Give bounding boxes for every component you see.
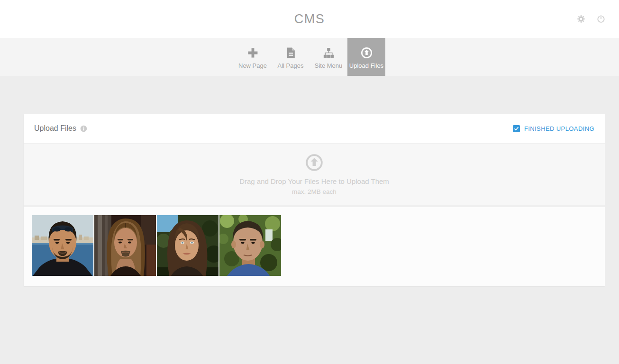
photo-man-sunglasses bbox=[32, 215, 93, 276]
settings-gear-icon[interactable] bbox=[576, 14, 586, 24]
pages-icon bbox=[285, 47, 297, 59]
uploaded-files-list bbox=[24, 207, 605, 286]
sitemap-icon bbox=[323, 47, 335, 59]
thumbnail-portrait-woman-trees[interactable] bbox=[157, 215, 218, 276]
nav-item-upload-files[interactable]: Upload Files bbox=[347, 38, 385, 76]
plus-icon bbox=[247, 47, 259, 59]
nav-item-new-page[interactable]: New Page bbox=[234, 38, 272, 76]
finished-uploading-button[interactable]: FINISHED UPLOADING bbox=[513, 125, 594, 132]
app-title: CMS bbox=[294, 12, 325, 27]
app-header: CMS bbox=[0, 0, 619, 38]
dropzone-size-limit: max. 2MB each bbox=[292, 188, 337, 195]
header-actions bbox=[576, 0, 606, 38]
thumbnail-portrait-man-foliage[interactable] bbox=[219, 215, 281, 276]
photo-man-short-hair bbox=[219, 215, 281, 276]
main-nav: New Page All Pages Site Menu Upload File… bbox=[0, 38, 619, 76]
thumbnail-portrait-man-sunglasses-sea[interactable] bbox=[32, 215, 93, 276]
thumbnail-portrait-man-long-hair[interactable] bbox=[94, 215, 156, 276]
info-icon[interactable] bbox=[80, 125, 87, 132]
panel-title: Upload Files bbox=[34, 124, 76, 133]
nav-label: Upload Files bbox=[349, 62, 383, 69]
nav-label: Site Menu bbox=[315, 62, 343, 69]
upload-circle-icon bbox=[361, 47, 373, 59]
finished-uploading-label: FINISHED UPLOADING bbox=[524, 125, 594, 132]
finished-uploading-checkbox[interactable] bbox=[513, 125, 520, 132]
panel-header: Upload Files FINISHED UPLOADING bbox=[24, 114, 605, 143]
power-icon[interactable] bbox=[596, 14, 606, 24]
upload-files-panel: Upload Files FINISHED UPLOADING Dra bbox=[24, 114, 605, 286]
photo-man-long-hair bbox=[94, 215, 156, 276]
nav-item-all-pages[interactable]: All Pages bbox=[272, 38, 310, 76]
photo-woman bbox=[157, 215, 218, 276]
nav-label: All Pages bbox=[278, 62, 304, 69]
dropzone-instruction: Drag and Drop Your Files Here to Upload … bbox=[239, 177, 389, 185]
upload-arrow-icon bbox=[305, 154, 323, 172]
nav-item-site-menu[interactable]: Site Menu bbox=[310, 38, 347, 76]
nav-label: New Page bbox=[238, 62, 267, 69]
file-dropzone[interactable]: Drag and Drop Your Files Here to Upload … bbox=[24, 143, 605, 207]
